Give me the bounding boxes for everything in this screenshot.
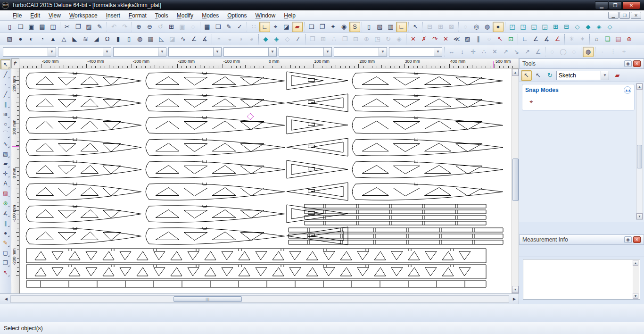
facet-remove-button[interactable]: ◇ [282, 34, 293, 44]
facet-edit-button[interactable]: ◈ [271, 34, 282, 44]
pin-icon[interactable]: ◉ [624, 236, 632, 243]
snap-star-button[interactable]: ✳ [566, 34, 577, 44]
arc-button[interactable]: ⌒ [0, 129, 10, 139]
vertical-scroll-thumb[interactable] [512, 159, 519, 201]
horizontal-scroll-thumb[interactable]: ||| [173, 296, 242, 302]
scroll-up-button[interactable]: ▲ [512, 69, 519, 76]
bool-subtract-button[interactable]: ◒ [224, 34, 235, 44]
paste-button[interactable]: ▨ [83, 22, 94, 32]
line-button[interactable]: ╱ [0, 89, 10, 99]
copy-multi-button[interactable]: ❐ [0, 258, 10, 267]
mouse-mode-button[interactable]: ⌖ [270, 22, 281, 32]
box-3d-button[interactable]: ▧ [4, 34, 15, 44]
ruler-origin-button[interactable]: ↱ [11, 58, 19, 68]
node-edit-button[interactable]: ∡ [541, 34, 552, 44]
angle-30-button[interactable]: ∠ [189, 34, 199, 44]
zoom-window-button[interactable]: ⊞ [166, 22, 177, 32]
text-button[interactable]: A [0, 178, 10, 188]
menu-window[interactable]: Window [251, 11, 280, 20]
print-preview-button[interactable]: ◫ [48, 22, 58, 32]
select-button[interactable]: ↖ [0, 59, 10, 69]
tool-red-button[interactable]: ▰ [612, 70, 623, 81]
shell-button[interactable]: ◔ [37, 34, 48, 44]
rotate-view-button[interactable]: ✦ [328, 22, 339, 32]
prism-button[interactable]: △ [58, 34, 69, 44]
mdi-minimize-button[interactable]: ▁ [608, 12, 619, 19]
move-button[interactable]: ✛ [0, 168, 10, 178]
copy-entity-button[interactable]: ❐ [317, 22, 328, 32]
print-button[interactable]: ▤ [37, 22, 48, 32]
sphere-tool-button[interactable]: ● [0, 228, 10, 238]
hatch-sphere-button[interactable]: ◍ [583, 47, 594, 57]
facet-knife-button[interactable]: ∕ [293, 34, 304, 44]
panel-close-icon[interactable]: ✕ [633, 236, 641, 243]
style-pen-button[interactable]: ✎ [223, 22, 234, 32]
new-file-button[interactable]: ▯ [4, 22, 15, 32]
slope-button[interactable]: ◺ [156, 34, 167, 44]
view-iso-ne-button[interactable]: ◇ [572, 22, 583, 32]
view-top-button[interactable]: ⊞ [550, 22, 561, 32]
view-left-button[interactable]: ◱ [528, 22, 539, 32]
drawing-canvas[interactable] [19, 68, 512, 293]
bool-union-button[interactable]: ◓ [214, 34, 224, 44]
zoom-previous-button[interactable]: ↺ [155, 22, 166, 32]
zoom-extents-button[interactable]: ◌ [188, 22, 198, 32]
circle-aux-3-button[interactable]: ◌ [569, 47, 579, 57]
property-dropdown-8[interactable]: ▼ [389, 47, 442, 57]
parallel-multi-button[interactable]: ≪ [451, 34, 462, 44]
copy-polar-button[interactable]: ∴ [329, 34, 339, 44]
view-iso-sw-button[interactable]: ◇ [604, 22, 615, 32]
zigzag-3d-button[interactable]: ≋ [80, 34, 91, 44]
pin-icon[interactable]: ◉ [624, 60, 632, 67]
tank-button[interactable]: ▯ [124, 34, 134, 44]
wedge-2-button[interactable]: ◢ [91, 34, 102, 44]
menu-insert[interactable]: Insert [102, 11, 124, 20]
brush-button[interactable]: ✎ [0, 238, 10, 248]
canvas-vertical-scrollbar[interactable]: ▲ ▼ [512, 68, 519, 293]
corner-trim-button[interactable]: ✗ [419, 34, 429, 44]
orbit-world-button[interactable]: ↻ [545, 70, 555, 81]
context-help-button[interactable]: ↖ [410, 22, 421, 32]
render-wireframe-button[interactable]: ◌ [460, 22, 471, 32]
image-insert-button[interactable]: ▧ [374, 22, 385, 32]
extrude-button[interactable]: ◳ [372, 34, 383, 44]
undo-button[interactable]: ↶ [108, 22, 119, 32]
no-snap-icon[interactable]: ⌖ [525, 96, 538, 108]
palette-scroll-up[interactable]: ▲ [636, 84, 643, 90]
dim-diag-2-button[interactable]: ↘ [511, 47, 522, 57]
menu-edit[interactable]: Edit [26, 11, 44, 20]
origin-target-button[interactable]: ⊕ [624, 34, 635, 44]
select-rect-button[interactable]: ▢ [0, 248, 10, 258]
zoom-page-button[interactable]: ▣ [177, 22, 188, 32]
minimize-button[interactable]: ▁ [595, 1, 608, 9]
array-rect-button[interactable]: ⊟ [350, 34, 361, 44]
dimension-button[interactable]: ∡ [0, 208, 10, 218]
hemisphere-button[interactable]: ◐ [26, 34, 37, 44]
render-hidden-button[interactable]: ◎ [471, 22, 482, 32]
menu-file[interactable]: File [8, 11, 26, 20]
view-back-button[interactable]: ◳ [518, 22, 528, 32]
ellipse-mod-button[interactable]: ○ [484, 34, 495, 44]
tab-scroll-left[interactable]: ◄ [2, 295, 10, 303]
facet-add-button[interactable]: ◆ [260, 34, 271, 44]
duplicate-button[interactable]: ❐ [339, 34, 350, 44]
trim-button[interactable]: ✕ [408, 34, 419, 44]
render-quality-button[interactable]: ● [493, 22, 504, 32]
property-dropdown-1[interactable]: ▼ [3, 47, 56, 57]
clip-view-button[interactable]: ▯ [363, 22, 374, 32]
group-button[interactable]: ⊟ [424, 22, 435, 32]
disc-button[interactable]: ◍ [134, 34, 145, 44]
solid-button[interactable]: ▰ [0, 159, 10, 168]
palette-open-button[interactable]: ❏ [213, 22, 223, 32]
end-aux-button[interactable]: ÷ [619, 47, 629, 57]
mdi-restore-button[interactable]: ❐ [619, 12, 630, 19]
grid-toggle-button[interactable]: ∷ [248, 22, 259, 32]
facet-plane-button[interactable]: ◪ [281, 22, 292, 32]
menu-help[interactable]: Help [280, 11, 300, 20]
zoom-in-button[interactable]: ⊕ [133, 22, 144, 32]
hatch-button[interactable]: ∥ [0, 218, 10, 228]
offset-copy-button[interactable]: ▨ [462, 34, 473, 44]
point-aux-button[interactable]: ∙ [597, 47, 608, 57]
segment-button[interactable]: ╱ [0, 69, 10, 79]
measurement-scroll-up[interactable]: ▲ [633, 260, 638, 266]
